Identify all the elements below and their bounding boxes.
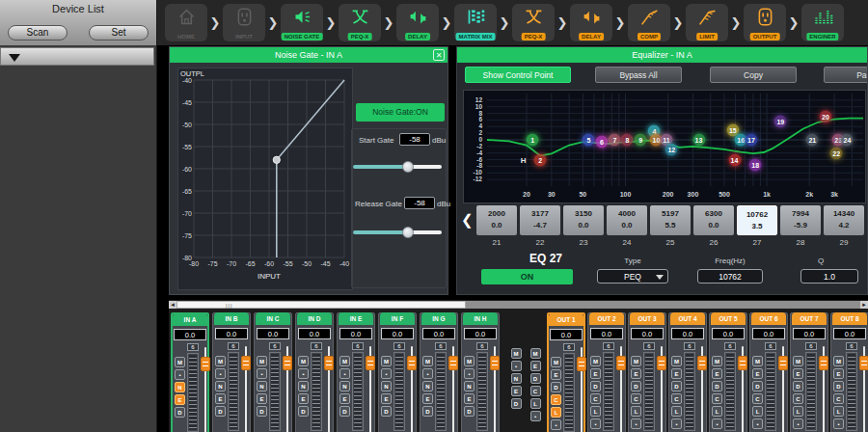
start-gate-value[interactable]: -58 — [399, 133, 430, 146]
channel-button-E[interactable]: E — [175, 394, 185, 405]
scan-button[interactable]: Scan — [8, 25, 68, 40]
slider-knob[interactable] — [402, 227, 414, 238]
channel-gain-value[interactable]: 0.0 — [339, 328, 372, 339]
channel-tab[interactable]: OUT 3 — [630, 312, 665, 325]
channel-fader[interactable] — [284, 346, 291, 432]
type-dropdown[interactable]: PEQ — [597, 269, 668, 284]
channel-button-N[interactable]: N — [464, 381, 475, 392]
mixer-scrollbar[interactable]: ◂ ||| ▸ — [169, 301, 868, 309]
channel-button-N[interactable]: N — [215, 381, 226, 392]
fader-handle[interactable] — [778, 356, 788, 370]
paste-button[interactable]: Paste — [824, 67, 868, 83]
q-field[interactable]: 1.0 — [800, 269, 858, 284]
channel-button-N[interactable]: N — [175, 382, 185, 392]
channel-tab[interactable]: IN F — [380, 312, 415, 325]
channel-button-M[interactable]: M — [631, 356, 641, 366]
channel-fader[interactable] — [325, 346, 333, 432]
master-button-D[interactable]: D — [511, 398, 522, 409]
channel-gain-value[interactable]: 0.0 — [671, 328, 704, 339]
channel-button-L[interactable]: L — [752, 406, 763, 417]
fader-handle[interactable] — [201, 357, 210, 371]
freq-field[interactable]: 10762 — [697, 269, 763, 284]
channel-button-M[interactable]: M — [752, 356, 763, 366]
master-button-N[interactable]: N — [511, 373, 522, 384]
channel-gain-value[interactable]: 0.0 — [752, 328, 785, 339]
channel-button-L[interactable]: L — [793, 406, 803, 417]
scrollbar-thumb[interactable]: ||| — [176, 301, 466, 309]
channel-button-E[interactable]: E — [793, 368, 803, 379]
channel-button-C[interactable]: C — [752, 393, 763, 404]
master-button-D[interactable]: D — [530, 373, 541, 384]
channel-fader[interactable] — [578, 347, 585, 432]
channel-button-•[interactable]: • — [339, 368, 350, 379]
fader-handle[interactable] — [859, 356, 868, 370]
channel-tab[interactable]: OUT 1 — [549, 313, 583, 326]
channel-fader[interactable] — [658, 346, 665, 432]
channel-button-C[interactable]: C — [671, 393, 682, 404]
channel-button-•[interactable]: • — [833, 418, 844, 429]
channel-tab[interactable]: OUT 2 — [589, 312, 624, 325]
band-cell-22[interactable]: 3177-4.7 — [520, 205, 560, 235]
channel-button-M[interactable]: M — [422, 356, 433, 366]
channel-button-D[interactable]: D — [464, 406, 475, 417]
master-button-M[interactable]: M — [530, 348, 541, 359]
channel-gain-value[interactable]: 0.0 — [381, 328, 414, 339]
channel-button-•[interactable]: • — [298, 368, 309, 379]
channel-button-M[interactable]: M — [215, 356, 226, 366]
channel-tab[interactable]: IN E — [339, 312, 373, 325]
channel-button-E[interactable]: E — [551, 369, 561, 380]
nav-item-peq-x-out[interactable]: PEQ-X — [512, 4, 555, 41]
eq-point-6[interactable]: 6 — [595, 135, 608, 148]
scroll-right-icon[interactable]: ▸ — [860, 301, 868, 309]
channel-tab[interactable]: OUT 6 — [751, 312, 786, 325]
channel-tab[interactable]: OUT 5 — [711, 312, 746, 325]
channel-button-N[interactable]: N — [298, 381, 309, 392]
channel-button-M[interactable]: M — [551, 357, 561, 367]
nav-item-home[interactable]: HOME — [165, 4, 207, 41]
master-button-•[interactable]: • — [511, 361, 522, 371]
channel-button-E[interactable]: E — [464, 393, 475, 404]
channel-tab[interactable]: IN B — [214, 312, 249, 325]
channel-button-M[interactable]: M — [590, 356, 601, 366]
bypass-all-button[interactable]: Bypass All — [595, 67, 682, 83]
eq-point-2[interactable]: 2 — [534, 153, 547, 166]
band-cell-27[interactable]: 107623.5 — [737, 205, 777, 235]
channel-button-M[interactable]: M — [339, 356, 350, 366]
band-cell-28[interactable]: 7994-5.9 — [780, 205, 821, 235]
channel-button-N[interactable]: N — [381, 381, 392, 392]
channel-gain-value[interactable]: 0.0 — [422, 328, 455, 339]
channel-button-D[interactable]: D — [175, 407, 185, 418]
channel-button-D[interactable]: D — [712, 381, 722, 392]
channel-fader[interactable] — [491, 346, 499, 432]
channel-button-C[interactable]: C — [833, 393, 844, 404]
master-button-L[interactable]: L — [530, 398, 541, 409]
channel-button-D[interactable]: D — [551, 382, 561, 392]
channel-gain-value[interactable]: 0.0 — [174, 329, 206, 340]
channel-button-D[interactable]: D — [793, 381, 803, 392]
channel-button-•[interactable]: • — [671, 418, 682, 429]
channel-gain-value[interactable]: 0.0 — [550, 329, 583, 340]
channel-button-E[interactable]: E — [752, 368, 763, 379]
channel-fader[interactable] — [408, 346, 416, 432]
channel-gain-value[interactable]: 0.0 — [793, 328, 826, 339]
eq-point-5[interactable]: 5 — [583, 134, 595, 147]
channel-button-C[interactable]: C — [551, 394, 561, 405]
master-button-E[interactable]: E — [530, 361, 541, 371]
nav-item-noise-gate[interactable]: NOISE GATE — [281, 4, 323, 41]
noise-gate-power-button[interactable]: Noise Gate:ON — [356, 103, 445, 122]
channel-button-E[interactable]: E — [381, 393, 392, 404]
channel-button-C[interactable]: C — [793, 393, 803, 404]
eq-point-20[interactable]: 20 — [819, 111, 831, 123]
band-cell-24[interactable]: 40000.0 — [607, 205, 647, 235]
channel-button-D[interactable]: D — [752, 381, 763, 392]
channel-fader[interactable] — [820, 346, 827, 432]
channel-button-L[interactable]: L — [551, 407, 561, 418]
band-cell-23[interactable]: 31500.0 — [563, 205, 604, 235]
channel-button-D[interactable]: D — [257, 406, 267, 417]
channel-gain-value[interactable]: 0.0 — [215, 328, 248, 339]
band-cell-25[interactable]: 51975.5 — [650, 205, 691, 235]
channel-fader[interactable] — [617, 346, 625, 432]
channel-button-E[interactable]: E — [215, 393, 226, 404]
channel-fader[interactable] — [739, 346, 746, 432]
fader-handle[interactable] — [407, 356, 417, 370]
